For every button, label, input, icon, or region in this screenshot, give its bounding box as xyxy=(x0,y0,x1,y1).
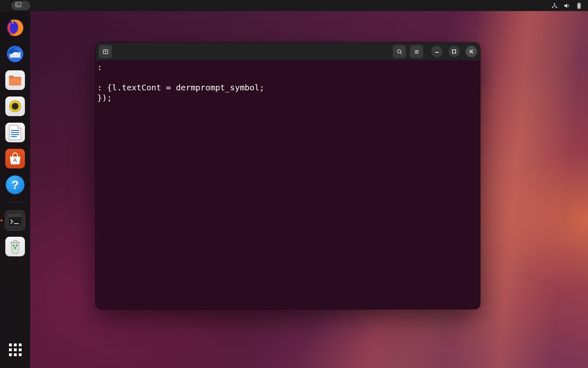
menu-button[interactable] xyxy=(410,45,423,58)
svg-rect-14 xyxy=(11,132,19,133)
dock-item-trash[interactable] xyxy=(5,236,25,257)
svg-point-24 xyxy=(397,49,401,53)
svg-rect-25 xyxy=(452,50,456,53)
svg-rect-16 xyxy=(11,136,17,137)
maximize-button[interactable] xyxy=(448,46,460,57)
volume-icon[interactable] xyxy=(564,2,570,9)
dock-item-ubuntu-software[interactable]: A xyxy=(5,148,25,169)
active-app-indicator[interactable] xyxy=(11,1,30,10)
svg-rect-15 xyxy=(11,134,19,135)
svg-rect-19 xyxy=(8,214,22,217)
svg-rect-13 xyxy=(11,130,19,131)
battery-icon[interactable] xyxy=(576,2,582,9)
close-button[interactable] xyxy=(466,46,477,57)
dock-item-firefox[interactable] xyxy=(5,18,25,38)
svg-rect-9 xyxy=(9,78,21,85)
show-applications-button[interactable] xyxy=(5,339,25,360)
dock-item-libreoffice-writer[interactable] xyxy=(5,122,25,143)
dock-item-terminal[interactable] xyxy=(5,210,25,231)
svg-rect-0 xyxy=(16,2,21,7)
dock-item-rhythmbox[interactable] xyxy=(5,96,25,117)
minimize-button[interactable] xyxy=(431,46,443,57)
dock-item-thunderbird[interactable] xyxy=(5,44,25,64)
network-icon[interactable] xyxy=(551,2,558,9)
terminal-output-area[interactable]: : : {l.textCont = dermprompt_symbol; }); xyxy=(96,61,480,309)
dock-item-files[interactable] xyxy=(5,70,25,90)
window-titlebar[interactable] xyxy=(96,43,480,61)
new-tab-button[interactable] xyxy=(99,45,112,58)
terminal-window: : : {l.textCont = dermprompt_symbol; }); xyxy=(96,43,480,309)
search-button[interactable] xyxy=(393,45,406,58)
question-icon: ? xyxy=(11,178,19,192)
dock-item-help[interactable]: ? xyxy=(5,175,25,195)
svg-point-12 xyxy=(14,105,17,108)
svg-text:A: A xyxy=(13,157,17,163)
dock-divider xyxy=(7,202,23,202)
top-bar xyxy=(0,0,588,11)
terminal-icon xyxy=(16,2,21,9)
svg-rect-5 xyxy=(579,2,580,3)
svg-rect-6 xyxy=(578,4,580,8)
dock: A ? xyxy=(0,11,30,368)
svg-point-1 xyxy=(554,3,555,4)
